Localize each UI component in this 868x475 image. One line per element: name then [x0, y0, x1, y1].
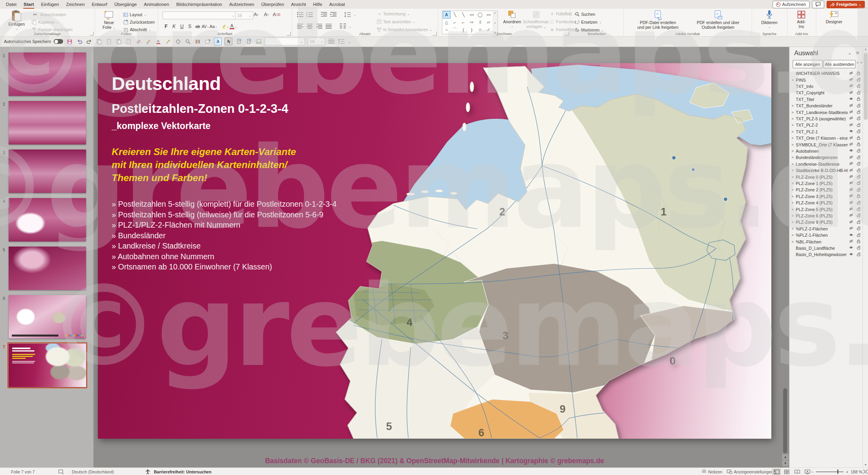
expand-chevron-icon[interactable]: > — [789, 188, 796, 192]
visibility-off-icon[interactable] — [848, 103, 855, 108]
visibility-off-icon[interactable] — [848, 181, 855, 186]
visibility-off-icon[interactable] — [848, 200, 855, 206]
cut-button[interactable]: ✂Ausschneiden — [32, 11, 66, 18]
expand-chevron-icon[interactable]: > — [789, 110, 796, 114]
underline-button[interactable]: U — [178, 23, 185, 30]
highlight-color-button[interactable]: ⌄ — [222, 23, 229, 30]
send-backward-button[interactable] — [245, 38, 252, 45]
visibility-off-icon[interactable] — [848, 136, 855, 141]
selection-pane-item[interactable]: >TXT_PLZ-1 — [789, 129, 863, 135]
font-name-combobox[interactable]: ⌄ — [163, 11, 237, 19]
slide-subtitle[interactable]: Postleitzahlen-Zonen 0-1-2-3-4 — [112, 102, 288, 116]
selection-pane-item[interactable]: >PLZ-Zone 1 (PLZ5) — [789, 180, 863, 187]
zoom-slider-thumb[interactable] — [837, 469, 838, 474]
visibility-off-icon[interactable] — [848, 226, 855, 231]
line-shape-icon[interactable]: ╲ — [451, 11, 458, 18]
fit-to-window-button[interactable] — [863, 468, 868, 475]
align-left-button[interactable] — [297, 23, 304, 30]
lock-open-icon[interactable] — [855, 110, 863, 115]
slide-thumbnail-1[interactable] — [9, 52, 86, 96]
layout-button[interactable] — [125, 38, 132, 45]
selection-pane-item[interactable]: >Autobahnen — [789, 148, 863, 154]
visibility-off-icon[interactable] — [848, 142, 855, 147]
clear-formatting-button[interactable]: A⌫ — [273, 11, 280, 18]
selection-pane-item[interactable]: >TXT_Orte (7 Klassen - einzeln ein… — [789, 135, 863, 141]
paste-options-button[interactable] — [95, 38, 103, 45]
lock-open-icon[interactable] — [855, 129, 863, 134]
lock-closed-icon[interactable] — [855, 194, 863, 199]
reuse-slides-button[interactable] — [204, 38, 211, 45]
textbox-shape-icon[interactable]: A — [443, 11, 451, 19]
visibility-on-icon[interactable] — [848, 97, 855, 102]
expand-chevron-icon[interactable]: > — [789, 136, 796, 140]
panel-scrollbar-thumb[interactable] — [864, 53, 868, 120]
lock-open-icon[interactable] — [855, 226, 863, 231]
character-spacing-button[interactable]: AV⌄ — [202, 23, 209, 30]
qat-spacing-button[interactable] — [338, 38, 345, 45]
visibility-on-icon[interactable] — [848, 148, 855, 153]
expand-chevron-icon[interactable]: > — [789, 149, 796, 153]
bullet-list-button[interactable] — [297, 11, 304, 18]
selection-pane-item[interactable]: >PLZ-Zone 4 (PLZ5) — [789, 200, 863, 206]
selection-pane-item[interactable]: TXT_Copyright — [789, 90, 863, 96]
selection-pane-item[interactable]: >SYMBOLE_Orte (7 Klassen - einze… — [789, 141, 863, 148]
strikethrough-button[interactable]: ab — [194, 23, 201, 30]
visibility-off-icon[interactable] — [848, 168, 855, 173]
elbow-connector-icon[interactable]: ⌐ — [451, 19, 458, 26]
visibility-off-icon[interactable] — [848, 84, 855, 89]
comments-button[interactable] — [812, 1, 824, 8]
menu-item-start[interactable]: Start — [20, 0, 37, 9]
slide-tagline[interactable]: Kreieren Sie Ihre eigene Karten-Variante… — [112, 145, 296, 184]
visibility-off-icon[interactable] — [848, 207, 855, 212]
lock-open-icon[interactable] — [855, 174, 863, 180]
scroll-up-icon[interactable]: ▲ — [863, 47, 868, 51]
slide-thumbnail-2[interactable] — [9, 101, 86, 144]
move-up-button[interactable]: ˄ — [857, 61, 859, 65]
justify-button[interactable] — [325, 23, 332, 30]
qat-font-name-combobox[interactable]: ⌄ — [265, 37, 305, 45]
selection-pane-item[interactable]: >PLZ-Zone 3 (PLZ5) — [789, 193, 863, 200]
lock-open-icon[interactable] — [855, 220, 863, 225]
expand-chevron-icon[interactable]: > — [789, 233, 796, 237]
visibility-off-icon[interactable] — [848, 155, 855, 160]
change-case-button[interactable]: Aa⌄ — [210, 23, 217, 30]
selection-pane-item[interactable]: Basis_D_Hoheitsgewässer — [789, 251, 863, 258]
selection-pane-item[interactable]: WICHTIGER HINWEIS — [789, 70, 863, 77]
menu-item-acrobat[interactable]: Acrobat — [326, 0, 349, 9]
menu-item-zeichnen[interactable]: Zeichnen — [62, 0, 88, 9]
scroll-down-icon[interactable]: ▼ — [863, 463, 868, 467]
selection-pane-item[interactable]: >PLZ-Zone 2 (PLZ5) — [789, 187, 863, 193]
visibility-off-icon[interactable] — [848, 213, 855, 218]
qat-font-size-combobox[interactable]: 16⌄ — [308, 37, 325, 45]
visibility-off-icon[interactable] — [848, 90, 855, 95]
menu-item-aufzeichnen[interactable]: Aufzeichnen — [226, 0, 258, 9]
lock-closed-icon[interactable] — [855, 142, 863, 147]
align-text-button[interactable]: Text ausrichten⌄ — [377, 18, 415, 25]
visibility-on-icon[interactable] — [848, 233, 855, 238]
lock-open-icon[interactable] — [855, 84, 863, 89]
lock-open-icon[interactable] — [855, 123, 863, 128]
qat-align-button[interactable] — [328, 38, 335, 45]
visibility-off-icon[interactable] — [848, 220, 855, 225]
selection-pane-item[interactable]: >%PLZ-1-Flächen — [789, 232, 863, 238]
bold-button[interactable]: F — [163, 23, 170, 30]
align-center-button[interactable] — [306, 23, 313, 30]
selection-pane-item[interactable]: >TXT_Bundesländer — [789, 103, 863, 109]
position-button[interactable] — [174, 38, 181, 45]
menu-item-überprüfen[interactable]: Überprüfen — [258, 0, 288, 9]
curve-connector-icon[interactable]: ⌐ — [460, 19, 467, 26]
expand-chevron-icon[interactable]: > — [789, 208, 796, 211]
move-down-button[interactable]: ˅ — [860, 61, 862, 65]
selection-pane-item[interactable]: TXT_Titel — [789, 96, 863, 103]
slideshow-view-button[interactable] — [803, 468, 812, 475]
shapes-gallery[interactable]: A ╲ ╲ ▭ ◯ ▭ △ ⌐ ⌐ ⇨ ⇩ ▱ ~ ⌒ { } ☆ ✓ — [442, 11, 493, 34]
normal-view-button[interactable] — [772, 468, 781, 475]
close-icon[interactable]: ✕ — [856, 50, 859, 56]
expand-chevron-icon[interactable]: > — [789, 130, 796, 134]
previous-slide-button[interactable]: ▲ — [782, 454, 789, 460]
slide-sorter-view-button[interactable] — [782, 468, 791, 475]
canvas-scrollbar[interactable] — [783, 47, 788, 468]
share-button[interactable]: Freigeben ⌄ — [827, 1, 865, 8]
save-button[interactable] — [66, 38, 73, 45]
slide-title[interactable]: Deutschland — [112, 73, 221, 94]
